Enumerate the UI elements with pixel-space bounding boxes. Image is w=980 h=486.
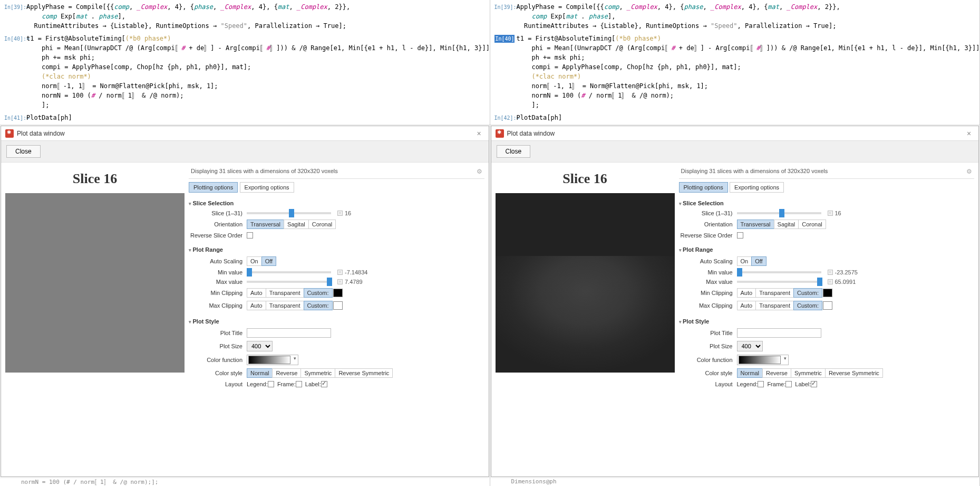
minval-readout: -7.14834 — [345, 269, 367, 275]
slider-step-icon[interactable]: ▫ — [337, 211, 343, 216]
gear-icon[interactable]: ⚙ — [477, 168, 482, 175]
section-slice-selection[interactable]: Slice Selection — [679, 198, 975, 208]
minclip-color-swatch[interactable] — [823, 289, 832, 297]
cell-label-in39: In[39]:= — [494, 3, 515, 11]
minval-slider[interactable] — [247, 271, 331, 273]
maxclip-transparent[interactable]: Transparent — [755, 301, 794, 310]
layout-legend-checkbox[interactable] — [268, 381, 274, 387]
maxval-slider[interactable] — [247, 281, 331, 283]
layout-frame-checkbox[interactable] — [296, 381, 302, 387]
maxclip-auto[interactable]: Auto — [247, 301, 266, 310]
plot-title: Slice 16 — [562, 171, 607, 187]
colorstyle-reverse-symmetric[interactable]: Reverse Symmetric — [335, 368, 393, 378]
maxclip-auto[interactable]: Auto — [737, 301, 756, 310]
right-pane: In[39]:=ApplyPhase = Compile[{{comp, _Co… — [490, 0, 981, 486]
close-button[interactable]: Close — [497, 145, 531, 158]
slider-step-icon[interactable]: ▫ — [337, 270, 343, 275]
orientation-transversal[interactable]: Transversal — [247, 220, 284, 229]
plot-title: Slice 16 — [73, 171, 118, 187]
plot-size-select[interactable]: 400 — [737, 341, 763, 351]
plot-window-left: Plot data window × Close Slice 16 Displa… — [1, 126, 489, 477]
section-plot-style[interactable]: Plot Style — [189, 316, 484, 327]
maxclip-transparent[interactable]: Transparent — [266, 301, 304, 310]
autoscale-on[interactable]: On — [737, 256, 752, 266]
colorstyle-symmetric[interactable]: Symmetric — [791, 368, 826, 378]
colorstyle-reverse[interactable]: Reverse — [762, 368, 791, 378]
titlebar[interactable]: Plot data window × — [1, 126, 489, 141]
plot-size-select[interactable]: 400 — [247, 341, 273, 351]
colorstyle-normal[interactable]: Normal — [737, 368, 763, 378]
reverse-slice-checkbox[interactable] — [737, 232, 743, 239]
slider-step-icon[interactable]: ▫ — [828, 270, 833, 275]
section-plot-range[interactable]: Plot Range — [189, 244, 484, 255]
colorstyle-reverse[interactable]: Reverse — [272, 368, 301, 378]
slider-step-icon[interactable]: ▫ — [337, 279, 343, 284]
minval-slider[interactable] — [737, 271, 821, 273]
slider-step-icon[interactable]: ▫ — [828, 279, 833, 284]
cell-label-in39: In[39]:= — [4, 3, 24, 11]
minclip-custom[interactable]: Custom: — [793, 288, 822, 298]
maxclip-color-swatch[interactable] — [333, 301, 343, 310]
minclip-auto[interactable]: Auto — [737, 288, 756, 298]
orientation-coronal[interactable]: Coronal — [308, 220, 336, 229]
bottom-clip-left: normN = 100 (# / norm〚1〛 & /@ norm);]; — [0, 478, 490, 486]
section-plot-style[interactable]: Plot Style — [679, 316, 975, 327]
tab-exporting-options[interactable]: Exporting options — [240, 182, 294, 193]
orientation-sagital[interactable]: Sagital — [774, 220, 799, 229]
minclip-transparent[interactable]: Transparent — [755, 288, 794, 298]
close-button[interactable]: Close — [6, 145, 41, 158]
titlebar[interactable]: Plot data window × — [491, 126, 979, 141]
color-function-select[interactable] — [247, 355, 298, 365]
autoscale-on[interactable]: On — [247, 256, 262, 266]
color-function-select[interactable] — [737, 355, 789, 365]
app-icon — [5, 129, 14, 138]
colorstyle-symmetric[interactable]: Symmetric — [300, 368, 335, 378]
orientation-transversal[interactable]: Transversal — [737, 220, 774, 229]
minclip-transparent[interactable]: Transparent — [266, 288, 304, 298]
slider-step-icon[interactable]: ▫ — [828, 211, 833, 216]
layout-legend-checkbox[interactable] — [758, 381, 764, 387]
bottom-clip-right: Dimensions@ph — [490, 478, 980, 486]
info-text: Displaying 31 slices with a dimensions o… — [681, 168, 828, 175]
section-plot-range[interactable]: Plot Range — [679, 244, 975, 255]
code-area-left[interactable]: In[39]:=ApplyPhase = Compile[{{comp, _Co… — [0, 0, 490, 125]
colorstyle-normal[interactable]: Normal — [247, 368, 273, 378]
colorstyle-reverse-symmetric[interactable]: Reverse Symmetric — [825, 368, 883, 378]
minclip-auto[interactable]: Auto — [247, 288, 266, 298]
slice-value: 16 — [835, 210, 841, 216]
slice-slider[interactable] — [737, 212, 821, 214]
cell-label-in42: In[42]:= — [494, 114, 515, 122]
orientation-coronal[interactable]: Coronal — [798, 220, 826, 229]
minclip-color-swatch[interactable] — [333, 289, 343, 297]
cell-label-in40-active: In[40]:= — [494, 35, 515, 43]
layout-label-checkbox[interactable] — [811, 381, 817, 387]
plot-title-input[interactable] — [737, 328, 821, 338]
maxclip-color-swatch[interactable] — [823, 301, 832, 310]
orientation-sagital[interactable]: Sagital — [284, 220, 309, 229]
tab-plotting-options[interactable]: Plotting options — [679, 182, 728, 193]
autoscale-off[interactable]: Off — [751, 256, 766, 266]
reverse-slice-checkbox[interactable] — [247, 232, 253, 239]
window-close-icon[interactable]: × — [474, 129, 484, 138]
left-pane: In[39]:=ApplyPhase = Compile[{{comp, _Co… — [0, 0, 490, 486]
section-slice-selection[interactable]: Slice Selection — [189, 198, 484, 208]
gear-icon[interactable]: ⚙ — [966, 168, 972, 175]
app-icon — [496, 129, 504, 138]
layout-label-checkbox[interactable] — [321, 381, 327, 387]
tab-plotting-options[interactable]: Plotting options — [189, 182, 238, 193]
tab-exporting-options[interactable]: Exporting options — [730, 182, 784, 193]
minclip-custom[interactable]: Custom: — [304, 288, 333, 298]
autoscale-off[interactable]: Off — [261, 256, 276, 266]
plot-title-input[interactable] — [247, 328, 331, 338]
info-text: Displaying 31 slices with a dimensions o… — [191, 168, 338, 175]
code-area-right[interactable]: In[39]:=ApplyPhase = Compile[{{comp, _Co… — [490, 0, 980, 125]
maxclip-custom[interactable]: Custom: — [793, 301, 822, 310]
plot-window-right: Plot data window × Close Slice 16 Displa… — [491, 126, 979, 477]
window-close-icon[interactable]: × — [964, 129, 974, 138]
slice-slider[interactable] — [247, 212, 331, 214]
maxval-readout: 7.4789 — [345, 279, 363, 285]
layout-frame-checkbox[interactable] — [785, 381, 792, 387]
maxclip-custom[interactable]: Custom: — [304, 301, 333, 310]
window-title: Plot data window — [507, 130, 964, 137]
maxval-slider[interactable] — [737, 281, 821, 283]
